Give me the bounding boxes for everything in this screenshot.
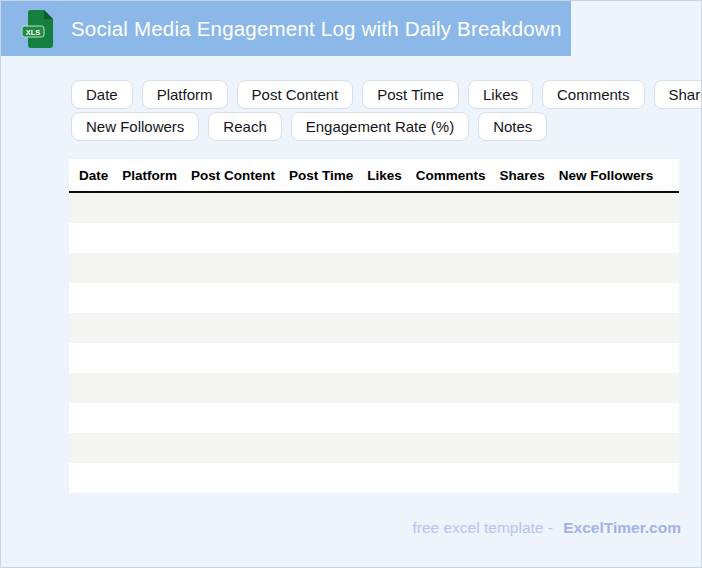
table-row <box>69 193 679 223</box>
xls-file-icon: XLS <box>21 9 55 49</box>
chip-notes[interactable]: Notes <box>478 112 547 141</box>
chip-likes[interactable]: Likes <box>468 80 533 109</box>
table-header-row: DatePlatformPost ContentPost TimeLikesCo… <box>69 159 679 193</box>
table-row <box>69 253 679 283</box>
column-header-comments: Comments <box>416 168 486 183</box>
chip-post-time[interactable]: Post Time <box>362 80 459 109</box>
chip-post-content[interactable]: Post Content <box>237 80 354 109</box>
column-header-shares: Shares <box>500 168 545 183</box>
chip-comments[interactable]: Comments <box>542 80 645 109</box>
table-row <box>69 403 679 433</box>
table-row <box>69 463 679 493</box>
table-row <box>69 373 679 403</box>
chip-platform[interactable]: Platform <box>142 80 228 109</box>
column-header-post-time: Post Time <box>289 168 353 183</box>
footer-text: free excel template - <box>412 519 552 536</box>
column-header-new-followers: New Followers <box>559 168 654 183</box>
title-banner: XLS Social Media Engagement Log with Dai… <box>1 1 571 56</box>
chip-new-followers[interactable]: New Followers <box>71 112 199 141</box>
column-header-post-content: Post Content <box>191 168 275 183</box>
column-header-date: Date <box>79 168 108 183</box>
table-row <box>69 313 679 343</box>
page-title: Social Media Engagement Log with Daily B… <box>71 17 561 41</box>
table-row <box>69 433 679 463</box>
table-body <box>69 193 679 493</box>
column-chips: DatePlatformPost ContentPost TimeLikesCo… <box>71 80 671 141</box>
table-row <box>69 283 679 313</box>
chip-reach[interactable]: Reach <box>208 112 281 141</box>
chip-row-2: New FollowersReachEngagement Rate (%)Not… <box>71 112 671 141</box>
spreadsheet-preview: DatePlatformPost ContentPost TimeLikesCo… <box>69 159 679 493</box>
chip-engagement-rate[interactable]: Engagement Rate (%) <box>291 112 469 141</box>
column-header-likes: Likes <box>367 168 402 183</box>
brand-link[interactable]: ExcelTimer.com <box>563 519 681 536</box>
xls-badge-label: XLS <box>26 27 41 36</box>
table-row <box>69 343 679 373</box>
chip-row-1: DatePlatformPost ContentPost TimeLikesCo… <box>71 80 671 109</box>
footer: free excel template - ExcelTimer.com <box>412 519 681 537</box>
chip-shares[interactable]: Shares <box>654 80 702 109</box>
chip-date[interactable]: Date <box>71 80 133 109</box>
column-header-platform: Platform <box>122 168 177 183</box>
table-row <box>69 223 679 253</box>
